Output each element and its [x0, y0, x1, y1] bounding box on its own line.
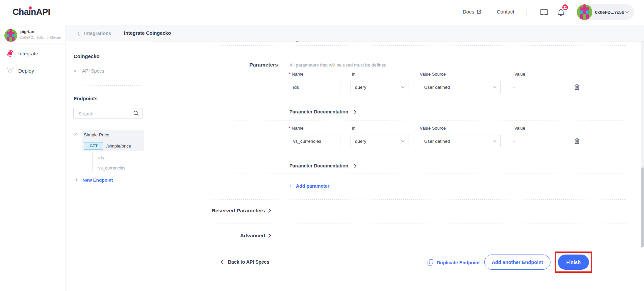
value-column-label: Value	[514, 126, 525, 131]
endpoint-group-label[interactable]: Simple Price	[84, 132, 109, 137]
integration-title: Coingecko	[74, 53, 100, 59]
value-source-column-label: Value Source	[420, 126, 446, 131]
value-source-column-label: Value Source	[420, 72, 446, 77]
section-dotted-divider	[203, 45, 626, 46]
user-name: pig-tan	[20, 29, 34, 34]
docs-link[interactable]: Docs	[463, 9, 481, 15]
footer-divider	[203, 249, 626, 249]
chevron-down-icon	[493, 140, 496, 142]
add-parameter-button[interactable]: + Add parameter	[289, 183, 329, 189]
chevron-right-icon	[354, 164, 357, 168]
search-input[interactable]	[78, 110, 130, 117]
sidebar-item-deploy[interactable]: Deploy	[0, 63, 66, 79]
add-another-endpoint-button[interactable]: Add another Endpoint	[484, 255, 550, 270]
contact-link[interactable]: Contact	[497, 9, 514, 15]
highlight-annotation-box	[555, 252, 592, 273]
plus-icon: +	[289, 183, 292, 189]
integrate-icon	[5, 49, 15, 58]
deploy-icon	[6, 66, 15, 75]
plus-icon: +	[75, 177, 78, 183]
reserved-parameters-toggle[interactable]: Reserved Parameters	[203, 208, 265, 214]
chevron-down-icon	[625, 11, 629, 14]
user-separator: |	[47, 35, 48, 39]
chevron-left-icon	[77, 31, 80, 36]
section-dotted-divider	[203, 223, 626, 223]
user-role: Owner	[50, 35, 61, 39]
chevron-down-icon	[401, 86, 405, 88]
endpoint-panel: Coingecko API Specs Endpoints Simple Pri…	[66, 41, 152, 291]
api-specs-link[interactable]: API Specs	[74, 68, 104, 74]
api-specs-label: API Specs	[82, 68, 104, 74]
wallet-address: 0x0eFD...7c5b	[595, 10, 624, 15]
tree-item-param[interactable]: vs_currencies	[98, 165, 125, 170]
param-value-placeholder: –	[513, 138, 515, 143]
top-header: ChainAPI Docs Contact 11 0x0eFD...7c5b	[0, 0, 644, 25]
avatar	[577, 4, 592, 20]
parameter-documentation-toggle[interactable]: Parameter Documentation	[289, 109, 348, 114]
user-address: 0x0eFD...7c5b	[20, 35, 45, 39]
avatar	[4, 29, 17, 42]
add-parameter-label: Add parameter	[296, 183, 329, 189]
chevron-down-icon	[401, 140, 405, 142]
section-dotted-divider	[203, 199, 626, 200]
scrollbar-track	[641, 41, 644, 247]
chevron-left-icon	[220, 260, 223, 264]
header-divider	[526, 9, 526, 16]
chevron-down-icon[interactable]	[73, 133, 77, 136]
param-in-select[interactable]: query	[351, 135, 409, 147]
name-column-label: * Name	[289, 72, 304, 77]
parameters-section-title: Parameters	[236, 62, 278, 68]
brand-logo-dot	[29, 6, 32, 9]
bullet-icon	[74, 70, 76, 72]
duplicate-endpoint-button[interactable]: Duplicate Endpoint	[428, 259, 480, 266]
wallet-menu[interactable]: 0x0eFD...7c5b	[577, 4, 634, 20]
chevron-right-icon	[354, 110, 357, 114]
new-endpoint-button[interactable]: + New Endpoint	[75, 177, 113, 183]
trash-icon[interactable]	[574, 138, 580, 144]
copy-icon	[428, 259, 433, 266]
param-name-input[interactable]	[289, 81, 340, 93]
docs-label: Docs	[463, 9, 474, 15]
breadcrumb-back-label: Integrations	[84, 31, 111, 36]
value-column-label: Value	[514, 72, 525, 77]
parameter-documentation-toggle[interactable]: Parameter Documentation	[289, 163, 348, 168]
new-endpoint-label: New Endpoint	[82, 178, 113, 183]
method-badge[interactable]: GET	[84, 142, 103, 150]
required-mark: *	[289, 126, 290, 131]
param-name-input[interactable]	[289, 135, 340, 147]
advanced-toggle[interactable]: Advanced	[203, 233, 265, 239]
panel-dotted-divider	[74, 85, 144, 86]
param-dotted-divider	[236, 174, 626, 174]
content-right-border	[626, 41, 626, 247]
endpoint-path[interactable]: /simple/price	[106, 143, 131, 149]
param-in-select[interactable]: query	[351, 81, 409, 93]
tree-item-param[interactable]: ids	[98, 155, 104, 160]
back-to-api-specs-label: Back to API Specs	[228, 259, 269, 265]
sidebar-item-integrate[interactable]: Integrate	[0, 46, 66, 62]
chevron-down-icon	[493, 86, 496, 88]
endpoints-heading: Endpoints	[74, 96, 98, 101]
param-dotted-divider	[236, 120, 626, 121]
chevron-right-icon	[268, 208, 272, 213]
user-profile[interactable]: pig-tan 0x0eFD...7c5b | Owner	[0, 25, 66, 44]
name-column-label: * Name	[289, 126, 304, 131]
docs-book-icon[interactable]	[540, 8, 548, 16]
search-icon	[133, 110, 139, 116]
in-column-label: In	[352, 72, 356, 77]
main-sidebar: pig-tan 0x0eFD...7c5b | Owner Integrate	[0, 25, 66, 291]
scrollbar-thumb[interactable]	[641, 167, 644, 247]
trash-icon[interactable]	[574, 84, 580, 90]
sidebar-divider	[0, 44, 66, 44]
in-column-label: In	[352, 126, 356, 131]
contact-label: Contact	[497, 9, 514, 15]
notification-badge: 11	[562, 4, 569, 11]
endpoint-search[interactable]	[73, 108, 143, 118]
back-to-api-specs-link[interactable]: Back to API Specs	[220, 259, 269, 265]
parameters-section-hint: All parameters that will be used must be…	[289, 62, 388, 68]
param-value-source-select[interactable]: User defined	[420, 81, 501, 93]
breadcrumb-current: Integrate Coingecko	[124, 30, 171, 36]
param-value-source-select[interactable]: User defined	[420, 135, 501, 147]
breadcrumb-back[interactable]: Integrations	[77, 31, 111, 36]
tree-guide-line	[92, 152, 93, 171]
sidebar-item-deploy-label: Deploy	[18, 68, 34, 74]
